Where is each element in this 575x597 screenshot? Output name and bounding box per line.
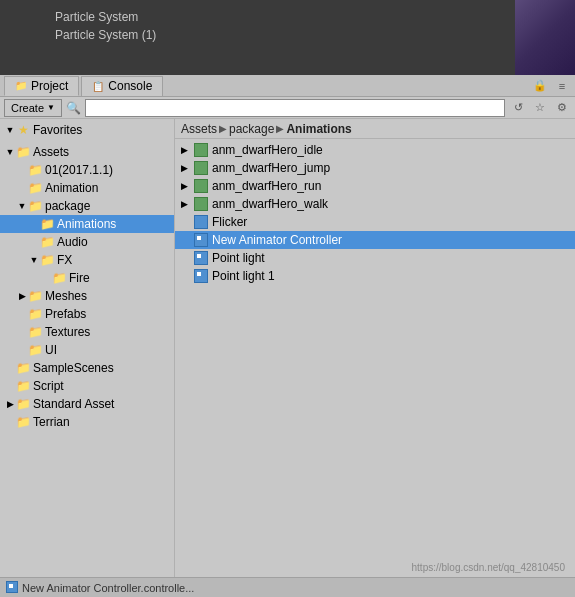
fx-folder-icon: 📁	[40, 254, 54, 266]
01-label: 01(2017.1.1)	[45, 163, 113, 177]
prefabs-arrow-icon	[16, 308, 28, 320]
script-folder-icon: 📁	[16, 380, 30, 392]
standard-asset-arrow-icon	[4, 398, 16, 410]
sidebar-item-fx[interactable]: 📁 FX	[0, 251, 174, 269]
file-item-jump[interactable]: ▶ anm_dwarfHero_jump	[175, 159, 575, 177]
sidebar-item-animation[interactable]: 📁 Animation	[0, 179, 174, 197]
run-arrow-icon: ▶	[181, 181, 193, 191]
walk-label: anm_dwarfHero_walk	[212, 197, 328, 211]
audio-arrow-icon	[28, 236, 40, 248]
sidebar-item-terrian[interactable]: 📁 Terrian	[0, 413, 174, 431]
favorites-label: Favorites	[33, 123, 82, 137]
particle-list: Particle System Particle System (1)	[55, 8, 156, 44]
samplescenes-arrow-icon	[4, 362, 16, 374]
favorites-arrow-icon	[4, 124, 16, 136]
particle-item-0: Particle System	[55, 8, 156, 26]
sidebar-item-assets[interactable]: 📁 Assets	[0, 143, 174, 161]
file-item-point-light[interactable]: Point light	[175, 249, 575, 267]
flicker-file-icon	[193, 215, 209, 229]
fire-folder-icon: 📁	[52, 272, 66, 284]
file-list: ▶ anm_dwarfHero_idle ▶ anm_dwarfHero_jum…	[175, 139, 575, 287]
lock-icon[interactable]: 🔒	[531, 77, 549, 95]
standard-asset-folder-icon: 📁	[16, 398, 30, 410]
animation-label: Animation	[45, 181, 98, 195]
sidebar-item-standard-asset[interactable]: 📁 Standard Asset	[0, 395, 174, 413]
sidebar-item-meshes[interactable]: 📁 Meshes	[0, 287, 174, 305]
script-label: Script	[33, 379, 64, 393]
walk-file-icon	[193, 197, 209, 211]
sidebar-item-prefabs[interactable]: 📁 Prefabs	[0, 305, 174, 323]
terrian-folder-icon: 📁	[16, 416, 30, 428]
sidebar-item-audio[interactable]: 📁 Audio	[0, 233, 174, 251]
scene-view: Particle System Particle System (1)	[0, 0, 575, 75]
create-label: Create	[11, 102, 44, 114]
package-arrow-icon	[16, 200, 28, 212]
idle-arrow-icon: ▶	[181, 145, 193, 155]
meshes-label: Meshes	[45, 289, 87, 303]
breadcrumb-sep-1: ▶	[219, 123, 227, 134]
tab-project[interactable]: 📁 Project	[4, 76, 79, 96]
more-options-icon[interactable]: ≡	[553, 77, 571, 95]
file-item-walk[interactable]: ▶ anm_dwarfHero_walk	[175, 195, 575, 213]
meshes-folder-icon: 📁	[28, 290, 42, 302]
file-item-animator[interactable]: New Animator Controller	[175, 231, 575, 249]
ui-label: UI	[45, 343, 57, 357]
tab-console-label: Console	[108, 79, 152, 93]
bookmark-icon[interactable]: ☆	[531, 99, 549, 117]
fx-label: FX	[57, 253, 72, 267]
animations-label: Animations	[57, 217, 116, 231]
tab-console[interactable]: 📋 Console	[81, 76, 163, 96]
create-button[interactable]: Create ▼	[4, 99, 62, 117]
right-panel: Assets ▶ package ▶ Animations ▶ anm_dwar…	[175, 119, 575, 577]
file-item-point-light-1[interactable]: Point light 1	[175, 267, 575, 285]
tab-actions: 🔒 ≡	[531, 77, 571, 95]
breadcrumb-assets[interactable]: Assets	[181, 122, 217, 136]
toolbar: Create ▼ 🔍 ↺ ☆ ⚙	[0, 97, 575, 119]
fire-label: Fire	[69, 271, 90, 285]
tab-bar: 📁 Project 📋 Console 🔒 ≡	[0, 75, 575, 97]
refresh-icon[interactable]: ↺	[509, 99, 527, 117]
package-label: package	[45, 199, 90, 213]
content-area: ★ Favorites 📁 Assets 📁 01(2017.1.1) 📁 An…	[0, 119, 575, 577]
point-light-1-label: Point light 1	[212, 269, 275, 283]
status-bar: New Animator Controller.controlle...	[0, 577, 575, 597]
animator-file-icon	[193, 233, 209, 247]
sidebar-item-favorites[interactable]: ★ Favorites	[0, 121, 174, 139]
breadcrumb-animations[interactable]: Animations	[286, 122, 351, 136]
point-light-1-file-icon	[193, 269, 209, 283]
status-label: New Animator Controller.controlle...	[22, 582, 194, 594]
terrian-label: Terrian	[33, 415, 70, 429]
animator-label: New Animator Controller	[212, 233, 342, 247]
01-folder-icon: 📁	[28, 164, 42, 176]
sidebar-item-fire[interactable]: 📁 Fire	[0, 269, 174, 287]
breadcrumb: Assets ▶ package ▶ Animations	[175, 119, 575, 139]
sidebar-item-package[interactable]: 📁 package	[0, 197, 174, 215]
sidebar-item-ui[interactable]: 📁 UI	[0, 341, 174, 359]
textures-arrow-icon	[16, 326, 28, 338]
jump-label: anm_dwarfHero_jump	[212, 161, 330, 175]
jump-arrow-icon: ▶	[181, 163, 193, 173]
animations-arrow-icon	[28, 218, 40, 230]
search-input[interactable]	[85, 99, 505, 117]
watermark: https://blog.csdn.net/qq_42810450	[412, 562, 565, 573]
sidebar-item-samplescenes[interactable]: 📁 SampleScenes	[0, 359, 174, 377]
settings-icon[interactable]: ⚙	[553, 99, 571, 117]
console-tab-icon: 📋	[92, 81, 104, 92]
jump-file-icon	[193, 161, 209, 175]
file-item-run[interactable]: ▶ anm_dwarfHero_run	[175, 177, 575, 195]
sidebar-item-script[interactable]: 📁 Script	[0, 377, 174, 395]
animations-folder-icon: 📁	[40, 218, 54, 230]
assets-label: Assets	[33, 145, 69, 159]
breadcrumb-package[interactable]: package	[229, 122, 274, 136]
animation-folder-icon: 📁	[28, 182, 42, 194]
ui-folder-icon: 📁	[28, 344, 42, 356]
textures-folder-icon: 📁	[28, 326, 42, 338]
fx-arrow-icon	[28, 254, 40, 266]
favorites-icon: ★	[16, 124, 30, 136]
sidebar-item-animations[interactable]: 📁 Animations	[0, 215, 174, 233]
sidebar-item-textures[interactable]: 📁 Textures	[0, 323, 174, 341]
animation-arrow-icon	[16, 182, 28, 194]
sidebar-item-01[interactable]: 📁 01(2017.1.1)	[0, 161, 174, 179]
file-item-flicker[interactable]: Flicker	[175, 213, 575, 231]
file-item-idle[interactable]: ▶ anm_dwarfHero_idle	[175, 141, 575, 159]
